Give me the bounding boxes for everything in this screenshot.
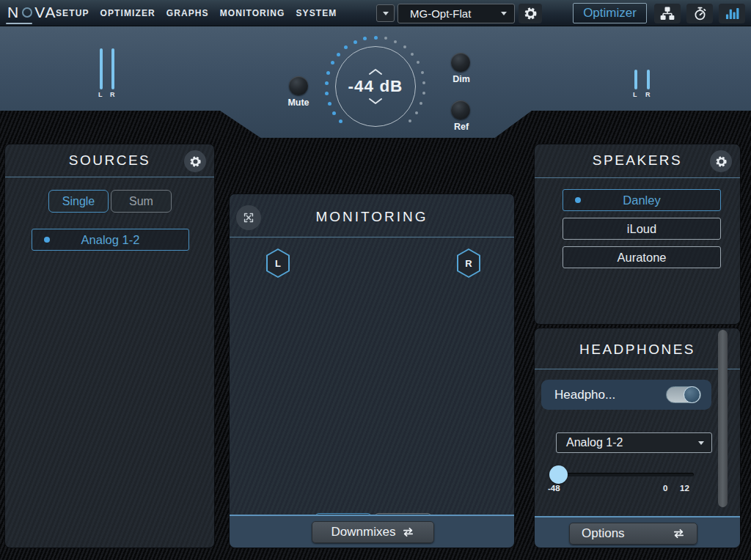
channel-l-label: L	[265, 248, 291, 279]
headphone-enable-toggle[interactable]	[666, 386, 701, 403]
preset-settings-button[interactable]	[519, 4, 542, 23]
downmixes-label: Downmixes	[331, 525, 396, 539]
gain-max-label: 12	[680, 484, 689, 493]
menu-optimizer[interactable]: OPTIMIZER	[100, 8, 155, 18]
speaker-label: iLoud	[627, 222, 656, 236]
volume-down-chevron-icon[interactable]	[367, 97, 384, 105]
gear-icon	[524, 7, 538, 21]
ref-button[interactable]	[451, 100, 470, 119]
caret-down-icon	[501, 12, 507, 15]
meters-view-button[interactable]	[719, 4, 745, 23]
headphone-output-select[interactable]: Analog 1-2	[556, 432, 712, 453]
headphone-gain-slider-track[interactable]	[549, 473, 694, 476]
nav-active-indicator	[6, 23, 32, 24]
speakers-title: SPEAKERS	[535, 152, 740, 169]
mute-label: Mute	[279, 97, 318, 108]
speaker-item-iloud[interactable]: iLoud	[563, 218, 721, 240]
downmixes-button[interactable]: Downmixes	[312, 521, 434, 543]
sources-title: SOURCES	[5, 152, 214, 169]
meter-left-l-label: L	[98, 91, 103, 98]
meter-right-r	[647, 70, 650, 89]
routing-button[interactable]	[654, 4, 681, 23]
headphones-title: HEADPHONES	[535, 342, 740, 358]
gain-zero-label: 0	[663, 484, 667, 493]
logo-o-ring-icon	[22, 7, 32, 18]
monitoring-title: MONITORING	[230, 209, 514, 225]
options-band: Options	[535, 516, 740, 548]
speaker-item-auratone[interactable]: Auratone	[563, 246, 721, 268]
nova-logo[interactable]: N VA	[7, 4, 57, 21]
sources-settings-button[interactable]	[184, 150, 206, 172]
gear-icon	[189, 155, 202, 168]
menu-monitoring[interactable]: MONITORING	[220, 8, 285, 18]
toggle-knob	[684, 386, 700, 403]
headphone-device-label: Headpho...	[554, 388, 615, 402]
meter-right-l-label: L	[633, 91, 637, 98]
meter-right-l	[634, 70, 637, 89]
headphones-scrollbar[interactable]	[718, 330, 728, 507]
caret-down-icon	[698, 441, 704, 445]
menu-system[interactable]: SYSTEM	[296, 8, 337, 18]
monitoring-panel: MONITORING L R Solo Mute Downmixes	[229, 194, 515, 548]
bar-chart-icon	[725, 7, 740, 21]
volume-knob[interactable]: -44 dB	[335, 46, 416, 127]
optimizer-button[interactable]: Optimizer	[573, 3, 647, 23]
headphone-device-row[interactable]: Headpho...	[541, 380, 711, 410]
sitemap-icon	[659, 7, 675, 21]
gain-min-label: -48	[548, 484, 560, 493]
ref-label: Ref	[442, 122, 480, 132]
speaker-label: Danley	[623, 194, 660, 207]
headphones-panel: HEADPHONES Headpho... Analog 1-2 -48 0 1…	[534, 328, 741, 548]
source-mode-sum[interactable]: Sum	[111, 190, 172, 213]
sources-panel: SOURCES Single Sum Analog 1-2	[4, 144, 215, 548]
selected-dot-icon	[44, 237, 50, 243]
speakers-settings-button[interactable]	[710, 150, 732, 172]
headphone-output-value: Analog 1-2	[566, 436, 623, 449]
preset-select[interactable]: MG-Opt-Flat	[398, 4, 515, 23]
timer-button[interactable]	[686, 4, 713, 23]
headphone-gain-slider-thumb[interactable]	[549, 465, 568, 484]
options-label: Options	[582, 526, 625, 541]
menu-setup[interactable]: SETUP	[56, 8, 89, 18]
channel-r-label: R	[455, 248, 482, 279]
mute-button[interactable]	[289, 76, 308, 95]
downmixes-band: Downmixes	[230, 515, 514, 548]
stage-background: L R L R Mute Dim Ref -44 dB SOURCES	[0, 26, 751, 560]
stopwatch-icon	[692, 6, 708, 21]
selected-dot-icon	[575, 197, 581, 203]
source-item-analog-1-2[interactable]: Analog 1-2	[32, 229, 189, 251]
menubar: N VA SETUP OPTIMIZER GRAPHS MONITORING S…	[0, 0, 751, 26]
volume-value: -44 dB	[348, 77, 403, 96]
source-mode-single[interactable]: Single	[48, 190, 109, 213]
volume-up-chevron-icon[interactable]	[367, 68, 384, 75]
gear-icon	[715, 155, 728, 168]
source-item-label: Analog 1-2	[81, 233, 140, 247]
speaker-label: Auratone	[618, 251, 667, 265]
menu-graphs[interactable]: GRAPHS	[166, 8, 209, 18]
meter-left-r-label: R	[110, 91, 115, 98]
speaker-item-danley[interactable]: Danley	[563, 189, 721, 211]
preset-value: MG-Opt-Flat	[410, 7, 471, 20]
swap-icon	[673, 528, 685, 539]
meter-left-l	[100, 48, 103, 89]
meter-right-r-label: R	[645, 91, 651, 98]
logo-va: VA	[34, 4, 56, 21]
dim-button[interactable]	[451, 53, 470, 72]
logo-n: N	[7, 4, 20, 21]
speakers-panel: SPEAKERS Danley iLoud Auratone	[534, 144, 741, 325]
caret-down-icon	[383, 12, 389, 15]
preset-collapse-button[interactable]	[376, 4, 395, 22]
channel-r-node[interactable]: R	[455, 248, 482, 279]
main-nav: SETUP OPTIMIZER GRAPHS MONITORING SYSTEM	[56, 0, 337, 26]
channel-l-node[interactable]: L	[265, 248, 291, 279]
nova-monitoring-app: L R L R Mute Dim Ref -44 dB SOURCES	[0, 0, 751, 560]
dim-label: Dim	[442, 74, 480, 84]
meter-left-r	[111, 48, 114, 89]
swap-icon	[402, 527, 414, 537]
options-button[interactable]: Options	[569, 523, 697, 545]
